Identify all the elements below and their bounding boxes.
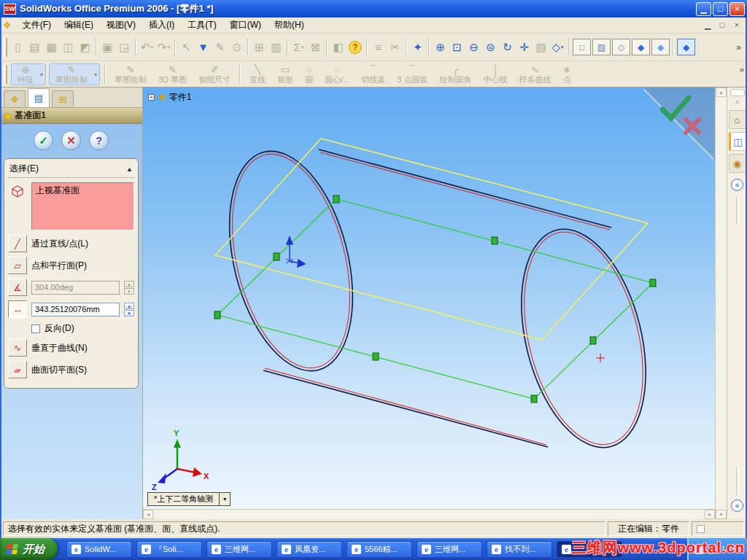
separator[interactable] <box>174 39 176 56</box>
taskbar-window-button[interactable]: e 『Soli... <box>136 541 202 558</box>
print-icon[interactable]: ▣ <box>99 39 116 56</box>
distance-icon[interactable]: ↔ <box>8 300 27 318</box>
reverse-direction-checkbox[interactable] <box>31 324 40 333</box>
task-pane-grip[interactable] <box>736 467 739 495</box>
taskbar-window-button[interactable]: e SolidW... <box>66 541 132 558</box>
menu-item[interactable]: 插入(I) <box>142 18 181 33</box>
selection-filter-icon[interactable]: ▼ <box>195 39 212 56</box>
centerline-button[interactable]: ┆ 中心线 <box>478 64 514 85</box>
sketch-3d-button[interactable]: ✎ 3D 草图 <box>152 64 193 85</box>
part-name-label[interactable]: 零件1 <box>169 91 192 104</box>
redo-icon[interactable]: ↷ <box>155 39 172 56</box>
angle-icon[interactable]: ∡ <box>8 279 27 296</box>
through-line-point-icon[interactable]: ╱ <box>8 235 27 252</box>
menu-item[interactable]: 文件(F) <box>16 18 58 33</box>
hidden-lines-removed-icon[interactable]: ◇ <box>612 39 630 55</box>
shaded-with-edges-icon[interactable]: ◆ <box>632 39 650 55</box>
make-assembly-icon[interactable]: ◩ <box>77 39 93 56</box>
flyout-feature-tree[interactable]: + ❖ 零件1 <box>148 91 191 104</box>
task-pane-collapse-icon[interactable]: « <box>731 179 743 191</box>
ok-button[interactable]: ✓ <box>34 131 53 150</box>
menu-item[interactable]: 窗口(W) <box>223 18 268 33</box>
vertical-scrollbar[interactable]: ▲ ▼ <box>715 88 727 519</box>
menu-item[interactable]: 帮助(H) <box>268 18 311 33</box>
separator[interactable] <box>239 65 241 84</box>
separator[interactable] <box>673 39 674 56</box>
perimeter-circle-button[interactable]: ◌ 圆心/... <box>319 64 355 85</box>
zoom-to-fit-icon[interactable]: ⊕ <box>432 39 449 56</box>
menu-item[interactable]: 视图(V) <box>100 18 142 33</box>
sketch-flyout-button[interactable]: ✎ 草图绘制 <box>49 63 100 85</box>
pan-icon[interactable]: ✛ <box>516 39 533 56</box>
toolbar-overflow-icon[interactable]: » <box>730 39 747 56</box>
wireframe-icon[interactable]: □ <box>573 39 591 55</box>
cancel-button[interactable]: ✕ <box>61 131 81 150</box>
taskbar-window-button[interactable]: e 5566精... <box>347 541 412 558</box>
scroll-up-icon[interactable]: ▲ <box>716 88 727 97</box>
task-pane-scroll-up-icon[interactable]: ∧ <box>735 98 740 106</box>
normal-to-curve-label[interactable]: 垂直于曲线(N) <box>31 342 88 354</box>
select-icon[interactable]: ↖ <box>178 39 195 56</box>
separator[interactable] <box>568 39 570 56</box>
task-pane-grip[interactable] <box>736 197 739 225</box>
menu-item[interactable]: 工具(T) <box>181 18 222 33</box>
new-document-icon[interactable]: ▯ <box>9 39 26 56</box>
separator[interactable] <box>104 65 106 84</box>
distance-spinner[interactable]: ▲▼ <box>124 303 134 316</box>
standard-views-icon[interactable]: ◇ <box>549 39 566 56</box>
propertymanager-tab[interactable]: ▤ <box>28 88 50 107</box>
scroll-left-icon[interactable]: ◄ <box>143 510 153 519</box>
zoom-in-out-icon[interactable]: ⊖ <box>465 39 482 56</box>
features-button[interactable]: ⊛ 特征 <box>11 63 46 85</box>
view-orientation-dropdown-icon[interactable]: ▾ <box>220 492 231 506</box>
view-orientation-label[interactable]: *上下二等角轴测 <box>147 492 220 506</box>
circle-button[interactable]: ○ 圆 <box>299 64 319 85</box>
separator[interactable] <box>428 39 430 56</box>
start-button[interactable]: 开始 <box>0 538 58 560</box>
section-icon[interactable]: ▥ <box>268 39 285 56</box>
reference-icon[interactable]: ≡ <box>370 39 387 56</box>
point-parallel-label[interactable]: 点和平行面(P) <box>31 260 87 272</box>
open-icon[interactable]: ▤ <box>26 39 43 56</box>
shadows-icon[interactable]: ◆ <box>677 39 695 55</box>
sketch-entities-icon[interactable]: ✎ <box>212 39 228 56</box>
separator[interactable] <box>406 39 407 56</box>
help-icon[interactable]: ? <box>349 41 362 54</box>
toolbar-grip[interactable] <box>4 38 7 57</box>
scroll-down-icon[interactable]: ▼ <box>716 510 727 519</box>
point-parallel-icon[interactable]: ▱ <box>8 257 27 274</box>
taskbar-window-button[interactable]: e 找不到... <box>487 541 552 558</box>
mdi-close-button[interactable]: × <box>731 20 743 30</box>
home-tab[interactable]: ⌂ <box>729 110 746 129</box>
task-pane-collapse-icon[interactable]: « <box>731 499 743 512</box>
restore-button[interactable]: □ <box>713 2 728 16</box>
configurationmanager-tab[interactable]: ⊞ <box>52 90 74 107</box>
line-button[interactable]: ╲ 直线 <box>244 64 271 85</box>
mdi-restore-button[interactable]: □ <box>716 20 728 30</box>
minimize-button[interactable]: ▁ <box>696 2 711 16</box>
equations-icon[interactable]: Σ <box>290 39 307 56</box>
model-canvas[interactable]: Y X Z <box>143 88 715 509</box>
close-button[interactable]: × <box>729 2 745 16</box>
oval-icon[interactable]: ⊙ <box>228 39 245 56</box>
top-plane-highlight[interactable] <box>217 199 653 399</box>
panel-icon[interactable]: ◧ <box>330 39 347 56</box>
toolbar-grip[interactable] <box>4 65 7 84</box>
distance-input[interactable]: 343.25120076mm <box>31 303 120 316</box>
view-orientation-control[interactable]: *上下二等角轴测 ▾ <box>147 492 231 506</box>
separator[interactable] <box>287 39 288 56</box>
smart-dimension-button[interactable]: ✐ 智能尺寸 <box>193 64 236 85</box>
hidden-lines-visible-icon[interactable]: ▨ <box>592 39 611 55</box>
datum-plane-preview[interactable] <box>215 139 648 340</box>
horizontal-scrollbar[interactable]: ◄ ► <box>143 509 715 519</box>
save-icon[interactable]: ▦ <box>43 39 60 56</box>
separator[interactable] <box>366 39 368 56</box>
shaded-icon[interactable]: ◆ <box>651 39 670 55</box>
spline-button[interactable]: ∿ 样条曲线 <box>514 64 557 85</box>
plane-handles[interactable] <box>214 195 656 402</box>
print-preview-icon[interactable]: ◲ <box>116 39 133 56</box>
separator[interactable] <box>247 39 249 56</box>
selection-listbox[interactable]: 上视基准面 <box>31 182 134 230</box>
point-button[interactable]: ∗ 点 <box>557 64 577 85</box>
file-explorer-tab[interactable]: ◉ <box>729 154 746 173</box>
